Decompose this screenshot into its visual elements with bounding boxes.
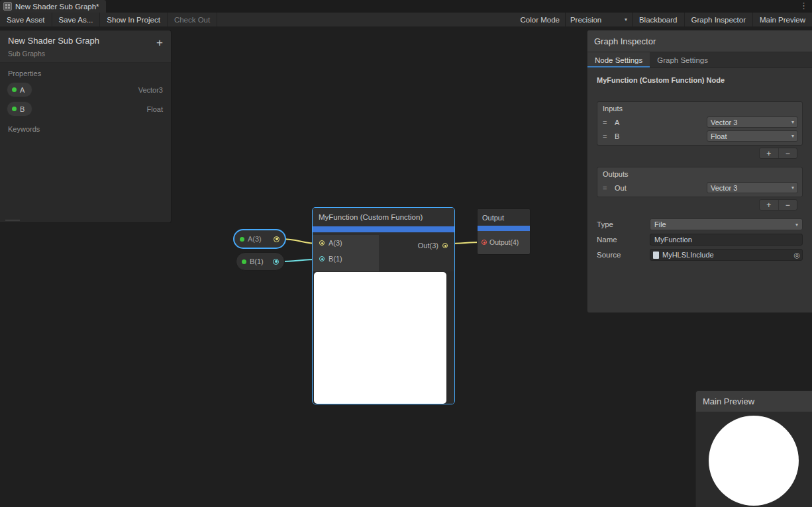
remove-input-button[interactable]: − — [779, 148, 797, 158]
inputs-box: Inputs = A Vector 3 ▾ = B Float ▾ — [597, 101, 803, 146]
port-dot[interactable] — [482, 240, 487, 245]
main-preview-title[interactable]: Main Preview — [696, 391, 812, 412]
node-ports: A(3) B(1) Out(3) — [313, 235, 454, 271]
tab-bar: New Shader Sub Graph* ⋮ — [0, 0, 812, 13]
show-in-project-button[interactable]: Show In Project — [100, 13, 168, 26]
add-output-button[interactable]: + — [760, 200, 779, 210]
input-a-type-dropdown[interactable]: Vector 3 ▾ — [707, 116, 798, 128]
blackboard-toggle-button[interactable]: Blackboard — [633, 13, 685, 26]
source-object-field[interactable]: MyHLSLInclude ◎ — [650, 249, 803, 261]
main-preview-toggle-button[interactable]: Main Preview — [753, 13, 812, 26]
drag-handle-icon[interactable]: = — [603, 118, 611, 126]
property-type-label: Vector3 — [138, 86, 163, 94]
port-dot[interactable] — [319, 240, 325, 246]
property-color-dot — [12, 87, 17, 92]
output-name: Out — [615, 184, 627, 192]
node-title[interactable]: MyFunction (Custom Function) — [313, 208, 454, 226]
add-input-button[interactable]: + — [760, 148, 779, 158]
tab-node-settings[interactable]: Node Settings — [587, 52, 650, 68]
shader-graph-asset-icon — [3, 2, 12, 11]
toolbar-spacer — [217, 13, 515, 26]
property-node-b[interactable]: B(1) — [236, 252, 285, 271]
output-node[interactable]: Output Output(4) — [477, 208, 531, 255]
output-port-dot[interactable] — [274, 236, 279, 242]
port-dot[interactable] — [319, 256, 325, 261]
source-label: Source — [597, 251, 650, 259]
keywords-section-header: Keywords — [0, 118, 171, 136]
input-name: A — [615, 118, 619, 126]
save-asset-button[interactable]: Save Asset — [0, 13, 52, 26]
drag-handle-icon[interactable]: = — [603, 184, 611, 192]
main-preview-panel: Main Preview — [695, 391, 812, 507]
toolbar: Save Asset Save As... Show In Project Ch… — [0, 13, 812, 27]
dropdown-value: Vector 3 — [711, 184, 737, 192]
blackboard-title: New Shader Sub Graph — [8, 36, 163, 46]
custom-function-node[interactable]: MyFunction (Custom Function) A(3) B(1) O… — [312, 207, 455, 404]
input-name: B — [615, 132, 619, 140]
resize-grip[interactable] — [5, 220, 20, 220]
precision-bar — [313, 226, 454, 232]
chevron-down-icon: ▾ — [795, 222, 798, 228]
port-dot[interactable] — [442, 243, 448, 248]
input-row-a: = A Vector 3 ▾ — [597, 115, 802, 129]
color-mode-dropdown[interactable]: Precision ▾ — [565, 13, 633, 26]
inputs-list-toolbar: + − — [759, 148, 797, 159]
property-node-label: B(1) — [250, 257, 264, 265]
property-pill-a[interactable]: A — [7, 82, 32, 97]
remove-output-button[interactable]: − — [779, 200, 797, 210]
property-name: B — [20, 105, 25, 113]
port-label: Out(3) — [418, 242, 438, 250]
output-out-type-dropdown[interactable]: Vector 3 ▾ — [707, 182, 798, 193]
precision-bar — [478, 226, 530, 231]
node-settings-heading: MyFunction (Custom Function) Node — [597, 76, 803, 84]
property-row-a: A Vector3 — [0, 80, 171, 99]
input-b-type-dropdown[interactable]: Float ▾ — [707, 130, 798, 142]
output-port-dot[interactable] — [273, 259, 279, 265]
object-picker-icon[interactable]: ◎ — [793, 251, 800, 259]
name-input[interactable]: MyFunction — [650, 234, 803, 246]
type-field-row: Type File ▾ — [597, 218, 803, 230]
drag-handle-icon[interactable]: = — [603, 132, 611, 140]
outputs-box: Outputs = Out Vector 3 ▾ — [597, 167, 803, 197]
output-port-out[interactable]: Out(3) — [418, 238, 448, 254]
property-color-dot — [12, 107, 17, 111]
chevron-down-icon: ▾ — [791, 185, 794, 191]
tab-graph-settings[interactable]: Graph Settings — [650, 52, 715, 68]
property-pill-b[interactable]: B — [7, 101, 32, 116]
source-field-row: Source MyHLSLInclude ◎ — [597, 249, 803, 261]
tab-title: New Shader Sub Graph* — [15, 3, 99, 11]
tab-new-shader-sub-graph[interactable]: New Shader Sub Graph* — [0, 0, 106, 13]
node-preview — [314, 272, 446, 404]
save-as-button[interactable]: Save As... — [52, 13, 101, 26]
graph-inspector-panel: Graph Inspector Node Settings Graph Sett… — [587, 30, 812, 313]
source-value: MyHLSLInclude — [662, 251, 714, 259]
color-mode-label: Color Mode — [515, 13, 565, 26]
inputs-header: Inputs — [597, 102, 802, 115]
inspector-title[interactable]: Graph Inspector — [587, 30, 812, 52]
outputs-list-toolbar: + − — [759, 199, 797, 210]
window-menu-icon[interactable]: ⋮ — [799, 1, 808, 11]
shader-graph-window: New Shader Sub Graph* ⋮ Save Asset Save … — [0, 0, 812, 507]
outputs-header: Outputs — [597, 167, 802, 181]
name-label: Name — [597, 236, 650, 244]
chevron-down-icon: ▾ — [791, 119, 794, 125]
name-field-row: Name MyFunction — [597, 234, 803, 246]
input-port-output[interactable]: Output(4) — [478, 232, 530, 252]
dropdown-value: File — [654, 220, 666, 228]
type-label: Type — [597, 220, 650, 228]
graph-inspector-toggle-button[interactable]: Graph Inspector — [685, 13, 753, 26]
property-node-label: A(3) — [248, 235, 262, 243]
properties-section-header: Properties — [0, 63, 171, 80]
port-label: Output(4) — [489, 238, 519, 246]
node-title[interactable]: Output — [478, 209, 530, 226]
add-property-button[interactable]: + — [156, 38, 163, 48]
type-dropdown[interactable]: File ▾ — [650, 218, 803, 230]
property-node-a[interactable]: A(3) — [233, 229, 286, 249]
blackboard-panel: New Shader Sub Graph Sub Graphs + Proper… — [0, 30, 172, 223]
property-color-dot — [240, 237, 244, 242]
chevron-down-icon: ▾ — [791, 133, 794, 139]
blackboard-header[interactable]: New Shader Sub Graph Sub Graphs + — [0, 30, 171, 63]
chevron-down-icon: ▾ — [625, 17, 627, 23]
dropdown-value: Float — [711, 132, 727, 140]
main-preview-body[interactable] — [696, 412, 812, 507]
